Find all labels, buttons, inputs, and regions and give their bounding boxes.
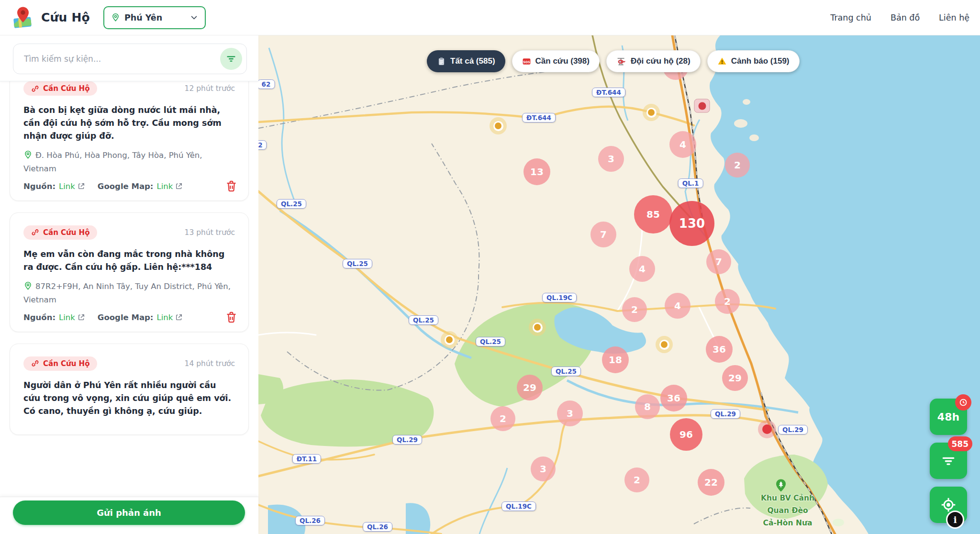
province-dropdown[interactable]: Phú Yên	[103, 6, 206, 29]
link-chain-icon	[31, 85, 39, 93]
map-controls: 48h 585 i	[930, 399, 967, 523]
event-address: 87R2+F9H, An Ninh Tây, Tuy An District, …	[23, 281, 235, 306]
map-filter-button[interactable]: 585	[930, 443, 967, 479]
clock-badge-icon	[955, 394, 971, 411]
delete-button[interactable]	[225, 311, 238, 325]
filter-chip-2[interactable]: Đội cứu hộ (28)	[606, 50, 701, 72]
search-panel	[0, 35, 258, 81]
event-card: Cần Cứu Hộ 13 phút trước Mẹ em vẫn còn đ…	[10, 212, 249, 332]
marker-cluster[interactable]: 2	[622, 297, 647, 322]
location-pin-icon	[23, 150, 33, 163]
time-window-button[interactable]: 48h	[930, 399, 967, 435]
marker-cluster[interactable]: 18	[602, 346, 629, 373]
source-link[interactable]: Link	[59, 182, 75, 191]
marker-cluster[interactable]: 2	[624, 467, 649, 492]
google-map-link[interactable]: Link	[156, 182, 173, 191]
nav-map[interactable]: Bản đồ	[891, 13, 920, 22]
search-input[interactable]	[24, 54, 220, 64]
marker-cluster[interactable]: 2	[725, 153, 750, 178]
marker-cluster[interactable]: 7	[706, 249, 731, 274]
delete-button[interactable]	[225, 179, 238, 194]
camera-marker[interactable]	[694, 99, 710, 113]
app-logo-map-pin-icon	[11, 6, 34, 29]
external-link-icon	[175, 313, 183, 321]
marker-cluster[interactable]: 2	[715, 289, 740, 314]
search-box	[13, 44, 247, 74]
road-label: QL.25	[409, 315, 438, 325]
warning-marker[interactable]	[441, 331, 458, 348]
source-link[interactable]: Link	[59, 313, 75, 322]
link-chain-icon	[31, 359, 39, 367]
warning-marker[interactable]	[656, 336, 673, 353]
event-card: Cần Cứu Hộ 14 phút trước Người dân ở Phú…	[10, 344, 249, 435]
rescue-map-app: Cứu Hộ Phú Yên Trang chủ Bản đồ Liên hệ	[0, 0, 980, 534]
road-label: QL.25	[343, 259, 372, 268]
trash-icon	[225, 179, 238, 192]
submit-report-button[interactable]: Gửi phản ánh	[13, 501, 245, 525]
road-label: 2	[258, 140, 267, 150]
marker-cluster[interactable]: 22	[698, 469, 724, 496]
road-label: ĐT.644	[592, 88, 625, 97]
timestamp: 12 phút trước	[185, 84, 235, 93]
marker-cluster[interactable]: 4	[629, 256, 655, 282]
search-filter-button[interactable]	[220, 48, 242, 70]
chip-label: Tất cả (585)	[450, 56, 495, 66]
app-title: Cứu Hộ	[41, 11, 90, 24]
marker-cluster[interactable]: 2	[490, 406, 515, 431]
google-map-link[interactable]: Link	[156, 313, 173, 322]
time-window-label: 48h	[937, 411, 959, 423]
spot-marker[interactable]	[758, 420, 776, 438]
timestamp: 14 phút trước	[185, 359, 235, 368]
map-info-button[interactable]: i	[946, 511, 964, 529]
top-header: Cứu Hộ Phú Yên Trang chủ Bản đồ Liên hệ	[0, 0, 980, 35]
external-link-icon	[175, 182, 183, 190]
locate-me-button[interactable]: i	[930, 487, 967, 523]
marker-cluster[interactable]: 29	[517, 375, 543, 400]
marker-cluster[interactable]: 4	[665, 293, 690, 319]
events-sidebar: Nguồn:Link Google Map:Link Cần Cứu	[0, 35, 258, 534]
nav-contact[interactable]: Liên hệ	[939, 13, 969, 22]
warning-marker[interactable]	[529, 319, 546, 336]
helicopter-icon	[616, 56, 626, 67]
road-label: QL.19C	[542, 293, 577, 302]
event-address: Đ. Hòa Phú, Hòa Phong, Tây Hòa, Phú Yên,…	[23, 150, 235, 175]
event-title: Mẹ em vẫn còn đang mắc trong nhà không r…	[23, 248, 235, 274]
warning-icon	[717, 56, 727, 66]
marker-cluster[interactable]: 96	[670, 418, 702, 451]
marker-cluster[interactable]: 29	[722, 365, 748, 391]
marker-cluster[interactable]: 4	[669, 131, 696, 158]
warning-marker[interactable]	[490, 117, 507, 134]
road-label: QL.26	[363, 522, 392, 532]
marker-cluster[interactable]: 3	[557, 400, 583, 426]
location-pin-icon	[111, 13, 120, 22]
warning-marker[interactable]	[643, 104, 660, 121]
road-label: ĐT.11	[292, 454, 321, 464]
event-links: Nguồn:Link Google Map:Link	[23, 182, 235, 191]
external-link-icon	[78, 313, 85, 321]
marker-cluster[interactable]: 36	[660, 385, 687, 412]
marker-cluster[interactable]: 13	[523, 158, 550, 185]
chip-label: Cần cứu (398)	[535, 56, 590, 66]
marker-cluster[interactable]: 7	[590, 222, 616, 247]
chip-label: Cảnh báo (159)	[731, 56, 790, 66]
road-label: QL.26	[295, 516, 325, 525]
marker-cluster[interactable]: 85	[634, 195, 672, 234]
marker-cluster[interactable]: 3	[598, 146, 624, 172]
sidebar-footer: Gửi phản ánh	[0, 497, 258, 534]
map-filter-chips: Tất cả (585)SOSCần cứu (398)Đội cứu hộ (…	[427, 50, 800, 72]
marker-cluster[interactable]: 36	[706, 336, 733, 363]
chevron-down-icon	[190, 13, 198, 22]
marker-cluster[interactable]: 3	[531, 456, 556, 481]
filter-chip-0[interactable]: Tất cả (585)	[427, 50, 505, 72]
marker-cluster[interactable]: 130	[669, 201, 714, 246]
nav-home[interactable]: Trang chủ	[830, 13, 871, 22]
marker-cluster[interactable]: 8	[635, 394, 660, 419]
map-canvas[interactable]: 622ĐT.644ĐT.644QL.1QL.25QL.25QL.25QL.25Q…	[258, 35, 980, 534]
filter-lines-icon	[940, 453, 957, 469]
filter-chip-3[interactable]: Cảnh báo (159)	[707, 50, 800, 72]
event-card-list[interactable]: Nguồn:Link Google Map:Link Cần Cứu	[0, 81, 258, 497]
filter-chip-1[interactable]: SOSCần cứu (398)	[512, 50, 600, 72]
road-label: QL.25	[277, 199, 306, 209]
event-links: Nguồn:Link Google Map:Link	[23, 313, 235, 322]
road-label: QL.19C	[501, 501, 536, 511]
